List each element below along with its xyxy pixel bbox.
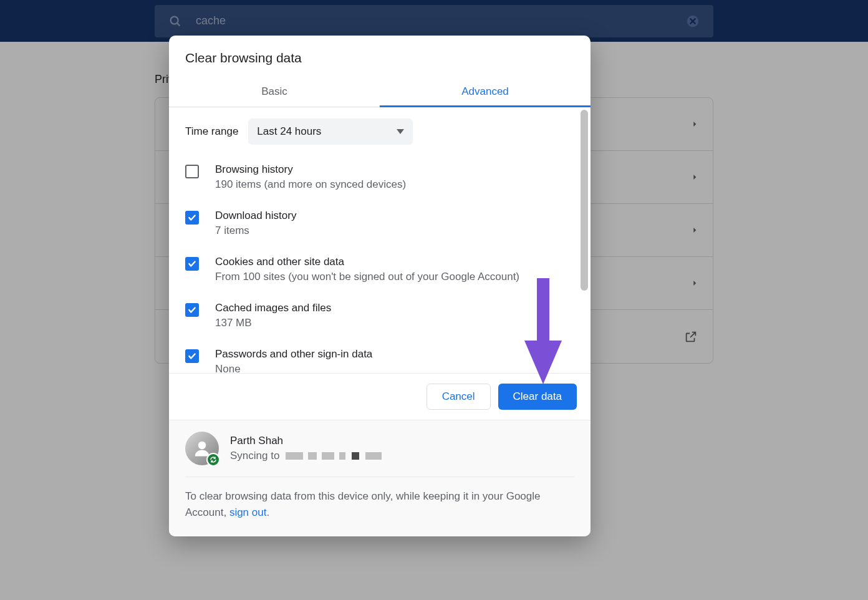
option-title: Passwords and other sign-in data xyxy=(215,348,372,360)
option-sub: 7 items xyxy=(215,225,296,237)
sign-out-link[interactable]: sign out xyxy=(229,506,267,518)
option-sub: 190 items (and more on synced devices) xyxy=(215,178,406,191)
time-range-value: Last 24 hours xyxy=(257,125,321,138)
cancel-button[interactable]: Cancel xyxy=(427,384,491,410)
dialog-tabs: Basic Advanced xyxy=(169,77,591,107)
option-title: Browsing history xyxy=(215,163,406,176)
account-name: Parth Shah xyxy=(230,435,382,447)
checkbox[interactable] xyxy=(185,165,199,178)
clear-data-button[interactable]: Clear data xyxy=(498,384,577,410)
option-title: Cached images and files xyxy=(215,302,331,314)
sync-badge-icon xyxy=(206,453,220,467)
dialog-title: Clear browsing data xyxy=(169,36,591,77)
option-title: Download history xyxy=(215,210,296,222)
tab-advanced[interactable]: Advanced xyxy=(380,77,591,107)
option-sub: From 100 sites (you won't be signed out … xyxy=(215,271,519,283)
account-sync-status: Syncing to xyxy=(230,450,382,462)
option-row: Passwords and other sign-in dataNone xyxy=(185,343,574,373)
checkbox[interactable] xyxy=(185,349,199,363)
clear-browsing-data-dialog: Clear browsing data Basic Advanced Time … xyxy=(169,36,591,536)
option-row: Cached images and files137 MB xyxy=(185,297,574,343)
time-range-select[interactable]: Last 24 hours xyxy=(248,119,413,145)
account-avatar xyxy=(185,432,219,465)
tab-basic[interactable]: Basic xyxy=(169,77,380,107)
option-title: Cookies and other site data xyxy=(215,256,519,268)
checkbox[interactable] xyxy=(185,303,199,317)
option-sub: None xyxy=(215,363,372,373)
svg-point-15 xyxy=(198,442,206,450)
checkbox[interactable] xyxy=(185,211,199,225)
option-row: Browsing history190 items (and more on s… xyxy=(185,158,574,205)
option-row: Cookies and other site dataFrom 100 site… xyxy=(185,251,574,297)
option-sub: 137 MB xyxy=(215,317,331,329)
option-row: Download history7 items xyxy=(185,205,574,251)
checkbox[interactable] xyxy=(185,257,199,271)
dropdown-triangle-icon xyxy=(397,129,404,134)
scrollbar[interactable] xyxy=(581,110,589,373)
signout-note: To clear browsing data from this device … xyxy=(185,477,574,536)
time-range-label: Time range xyxy=(185,125,238,138)
